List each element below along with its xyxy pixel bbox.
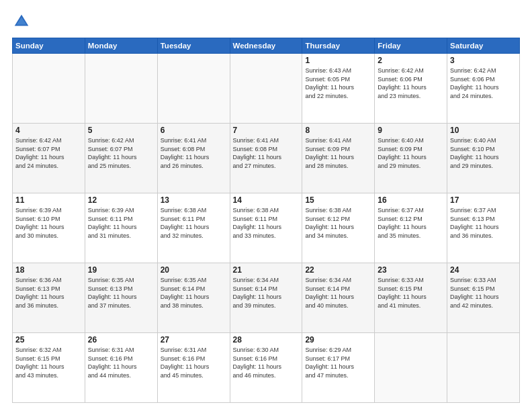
weekday-header-friday: Friday [375, 38, 447, 54]
calendar-cell: 5Sunrise: 6:42 AM Sunset: 6:07 PM Daylig… [85, 124, 157, 193]
cell-info: Sunrise: 6:36 AM Sunset: 6:13 PM Dayligh… [15, 276, 82, 310]
day-number: 26 [88, 335, 154, 345]
day-number: 16 [378, 195, 444, 205]
day-number: 10 [450, 126, 517, 135]
cell-info: Sunrise: 6:31 AM Sunset: 6:16 PM Dayligh… [88, 346, 154, 379]
page: SundayMondayTuesdayWednesdayThursdayFrid… [0, 0, 532, 411]
day-number: 9 [378, 126, 444, 135]
cell-info: Sunrise: 6:32 AM Sunset: 6:15 PM Dayligh… [15, 346, 82, 379]
cell-info: Sunrise: 6:37 AM Sunset: 6:12 PM Dayligh… [378, 206, 444, 240]
calendar-cell: 21Sunrise: 6:34 AM Sunset: 6:14 PM Dayli… [230, 263, 302, 333]
cell-info: Sunrise: 6:33 AM Sunset: 6:15 PM Dayligh… [450, 276, 517, 310]
calendar-cell: 28Sunrise: 6:30 AM Sunset: 6:16 PM Dayli… [230, 333, 302, 403]
calendar-cell: 3Sunrise: 6:42 AM Sunset: 6:06 PM Daylig… [447, 54, 520, 124]
day-number: 22 [305, 265, 371, 275]
calendar-cell: 27Sunrise: 6:31 AM Sunset: 6:16 PM Dayli… [157, 333, 230, 403]
cell-info: Sunrise: 6:35 AM Sunset: 6:14 PM Dayligh… [161, 276, 227, 310]
day-number: 18 [15, 265, 82, 275]
day-number: 1 [305, 56, 371, 65]
calendar-cell: 16Sunrise: 6:37 AM Sunset: 6:12 PM Dayli… [375, 193, 447, 263]
calendar-cell: 24Sunrise: 6:33 AM Sunset: 6:15 PM Dayli… [447, 263, 520, 333]
calendar-cell: 2Sunrise: 6:42 AM Sunset: 6:06 PM Daylig… [375, 54, 447, 124]
header [12, 12, 520, 31]
day-number: 21 [233, 265, 300, 275]
cell-info: Sunrise: 6:40 AM Sunset: 6:10 PM Dayligh… [450, 136, 517, 170]
calendar-cell: 29Sunrise: 6:29 AM Sunset: 6:17 PM Dayli… [302, 333, 375, 403]
calendar-cell: 26Sunrise: 6:31 AM Sunset: 6:16 PM Dayli… [85, 333, 157, 403]
calendar-cell: 14Sunrise: 6:38 AM Sunset: 6:11 PM Dayli… [230, 193, 302, 263]
calendar-cell: 6Sunrise: 6:41 AM Sunset: 6:08 PM Daylig… [157, 124, 230, 193]
day-number: 11 [15, 195, 82, 205]
cell-info: Sunrise: 6:39 AM Sunset: 6:10 PM Dayligh… [15, 206, 82, 240]
cell-info: Sunrise: 6:38 AM Sunset: 6:12 PM Dayligh… [305, 206, 371, 240]
day-number: 29 [305, 335, 371, 345]
calendar-cell: 25Sunrise: 6:32 AM Sunset: 6:15 PM Dayli… [13, 333, 85, 403]
cell-info: Sunrise: 6:33 AM Sunset: 6:15 PM Dayligh… [378, 276, 444, 310]
weekday-header-tuesday: Tuesday [157, 38, 230, 54]
day-number: 15 [305, 195, 371, 205]
day-number: 3 [450, 56, 517, 65]
cell-info: Sunrise: 6:30 AM Sunset: 6:16 PM Dayligh… [233, 346, 300, 379]
day-number: 24 [450, 265, 517, 275]
cell-info: Sunrise: 6:38 AM Sunset: 6:11 PM Dayligh… [161, 206, 227, 240]
calendar-cell: 13Sunrise: 6:38 AM Sunset: 6:11 PM Dayli… [157, 193, 230, 263]
calendar-cell [13, 54, 85, 124]
calendar-cell: 8Sunrise: 6:41 AM Sunset: 6:09 PM Daylig… [302, 124, 375, 193]
logo-icon [12, 12, 31, 31]
day-number: 13 [161, 195, 227, 205]
calendar-cell: 17Sunrise: 6:37 AM Sunset: 6:13 PM Dayli… [447, 193, 520, 263]
cell-info: Sunrise: 6:41 AM Sunset: 6:08 PM Dayligh… [161, 136, 227, 170]
cell-info: Sunrise: 6:39 AM Sunset: 6:11 PM Dayligh… [88, 206, 154, 240]
calendar-cell [157, 54, 230, 124]
weekday-header-saturday: Saturday [447, 38, 520, 54]
cell-info: Sunrise: 6:34 AM Sunset: 6:14 PM Dayligh… [233, 276, 300, 310]
day-number: 5 [88, 126, 154, 135]
weekday-header-sunday: Sunday [13, 38, 85, 54]
calendar-cell: 19Sunrise: 6:35 AM Sunset: 6:13 PM Dayli… [85, 263, 157, 333]
day-number: 4 [15, 126, 82, 135]
day-number: 27 [161, 335, 227, 345]
calendar-week-row: 11Sunrise: 6:39 AM Sunset: 6:10 PM Dayli… [13, 193, 520, 263]
weekday-header-monday: Monday [85, 38, 157, 54]
calendar-cell [230, 54, 302, 124]
calendar-cell [375, 333, 447, 403]
cell-info: Sunrise: 6:35 AM Sunset: 6:13 PM Dayligh… [88, 276, 154, 310]
day-number: 12 [88, 195, 154, 205]
day-number: 2 [378, 56, 444, 65]
cell-info: Sunrise: 6:42 AM Sunset: 6:07 PM Dayligh… [15, 136, 82, 170]
cell-info: Sunrise: 6:43 AM Sunset: 6:05 PM Dayligh… [305, 66, 371, 100]
day-number: 6 [161, 126, 227, 135]
calendar-cell: 4Sunrise: 6:42 AM Sunset: 6:07 PM Daylig… [13, 124, 85, 193]
logo [12, 12, 34, 31]
weekday-header-thursday: Thursday [302, 38, 375, 54]
cell-info: Sunrise: 6:42 AM Sunset: 6:07 PM Dayligh… [88, 136, 154, 170]
day-number: 8 [305, 126, 371, 135]
calendar-cell: 9Sunrise: 6:40 AM Sunset: 6:09 PM Daylig… [375, 124, 447, 193]
calendar-cell: 18Sunrise: 6:36 AM Sunset: 6:13 PM Dayli… [13, 263, 85, 333]
calendar-week-row: 1Sunrise: 6:43 AM Sunset: 6:05 PM Daylig… [13, 54, 520, 124]
calendar-week-row: 25Sunrise: 6:32 AM Sunset: 6:15 PM Dayli… [13, 333, 520, 403]
day-number: 23 [378, 265, 444, 275]
calendar-cell: 11Sunrise: 6:39 AM Sunset: 6:10 PM Dayli… [13, 193, 85, 263]
calendar-cell: 23Sunrise: 6:33 AM Sunset: 6:15 PM Dayli… [375, 263, 447, 333]
calendar-week-row: 18Sunrise: 6:36 AM Sunset: 6:13 PM Dayli… [13, 263, 520, 333]
cell-info: Sunrise: 6:38 AM Sunset: 6:11 PM Dayligh… [233, 206, 300, 240]
calendar-cell: 1Sunrise: 6:43 AM Sunset: 6:05 PM Daylig… [302, 54, 375, 124]
weekday-header-wednesday: Wednesday [230, 38, 302, 54]
day-number: 17 [450, 195, 517, 205]
calendar-cell: 20Sunrise: 6:35 AM Sunset: 6:14 PM Dayli… [157, 263, 230, 333]
cell-info: Sunrise: 6:41 AM Sunset: 6:09 PM Dayligh… [305, 136, 371, 170]
cell-info: Sunrise: 6:37 AM Sunset: 6:13 PM Dayligh… [450, 206, 517, 240]
calendar-cell: 7Sunrise: 6:41 AM Sunset: 6:08 PM Daylig… [230, 124, 302, 193]
calendar-cell: 10Sunrise: 6:40 AM Sunset: 6:10 PM Dayli… [447, 124, 520, 193]
cell-info: Sunrise: 6:31 AM Sunset: 6:16 PM Dayligh… [161, 346, 227, 379]
day-number: 19 [88, 265, 154, 275]
day-number: 7 [233, 126, 300, 135]
calendar-cell: 15Sunrise: 6:38 AM Sunset: 6:12 PM Dayli… [302, 193, 375, 263]
day-number: 28 [233, 335, 300, 345]
cell-info: Sunrise: 6:29 AM Sunset: 6:17 PM Dayligh… [305, 346, 371, 379]
calendar-week-row: 4Sunrise: 6:42 AM Sunset: 6:07 PM Daylig… [13, 124, 520, 193]
weekday-header-row: SundayMondayTuesdayWednesdayThursdayFrid… [13, 38, 520, 54]
day-number: 14 [233, 195, 300, 205]
day-number: 20 [161, 265, 227, 275]
